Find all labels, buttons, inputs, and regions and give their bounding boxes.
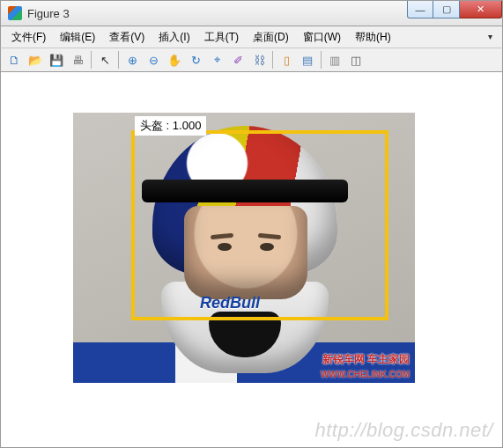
- window-buttons: — ▢ ✕: [407, 1, 502, 18]
- menu-window[interactable]: 窗口(W): [296, 30, 348, 45]
- print-icon[interactable]: 🖶: [68, 50, 87, 70]
- zoom-in-icon[interactable]: ⊕: [122, 50, 142, 70]
- menu-help[interactable]: 帮助(H): [348, 30, 398, 45]
- new-figure-icon[interactable]: 🗋: [4, 50, 24, 70]
- toolbar: 🗋📂💾🖶↖⊕⊖✋↻⌖✐⛓▯▤▥◫: [0, 48, 503, 72]
- zoom-out-icon[interactable]: ⊖: [144, 50, 163, 70]
- window-title: Figure 3: [27, 7, 70, 20]
- menu-insert[interactable]: 插入(I): [152, 30, 196, 45]
- minimize-button[interactable]: —: [407, 1, 433, 18]
- link-icon[interactable]: ⛓: [249, 50, 269, 70]
- rotate3d-icon[interactable]: ↻: [186, 50, 205, 70]
- menu-desktop[interactable]: 桌面(D): [246, 30, 296, 45]
- close-button[interactable]: ✕: [460, 1, 502, 18]
- toolbar-separator: [272, 51, 273, 69]
- page-watermark: http://blog.csdn.net/: [314, 419, 493, 442]
- axes-image: RedBull 新锐车网 车主家园 WWW.CHELINK.COM 头盔 : 1…: [73, 113, 415, 383]
- detection-bounding-box: [131, 130, 388, 320]
- legend-icon[interactable]: ▤: [298, 50, 317, 70]
- datacursor-icon[interactable]: ⌖: [207, 50, 226, 70]
- toolbar-separator: [118, 51, 119, 69]
- dock-icon[interactable]: ◫: [346, 50, 366, 70]
- menu-tools[interactable]: 工具(T): [197, 30, 246, 45]
- colorbar-icon[interactable]: ▯: [277, 50, 296, 70]
- brush-icon[interactable]: ✐: [228, 50, 248, 70]
- toolbar-separator: [321, 51, 322, 69]
- menu-edit[interactable]: 编辑(E): [53, 30, 102, 45]
- hide-tools-icon[interactable]: ▥: [325, 50, 344, 70]
- figure-canvas: RedBull 新锐车网 车主家园 WWW.CHELINK.COM 头盔 : 1…: [0, 72, 503, 448]
- titlebar: Figure 3 — ▢ ✕: [0, 0, 503, 26]
- matlab-app-icon: [8, 6, 22, 20]
- pointer-icon[interactable]: ↖: [95, 50, 115, 70]
- pan-icon[interactable]: ✋: [165, 50, 184, 70]
- menubar: 文件(F) 编辑(E) 查看(V) 插入(I) 工具(T) 桌面(D) 窗口(W…: [0, 26, 503, 48]
- source-watermark-url: WWW.CHELINK.COM: [321, 370, 410, 379]
- toolbar-separator: [91, 51, 92, 69]
- save-icon[interactable]: 💾: [47, 50, 66, 70]
- maximize-button[interactable]: ▢: [433, 1, 460, 18]
- menu-view[interactable]: 查看(V): [102, 30, 152, 45]
- source-watermark-cn: 新锐车网 车主家园: [322, 352, 410, 367]
- detection-label: 头盔 : 1.000: [135, 116, 206, 136]
- toolbar-overflow-icon[interactable]: ▾: [488, 32, 497, 40]
- open-icon[interactable]: 📂: [26, 50, 45, 70]
- menu-file[interactable]: 文件(F): [4, 30, 53, 45]
